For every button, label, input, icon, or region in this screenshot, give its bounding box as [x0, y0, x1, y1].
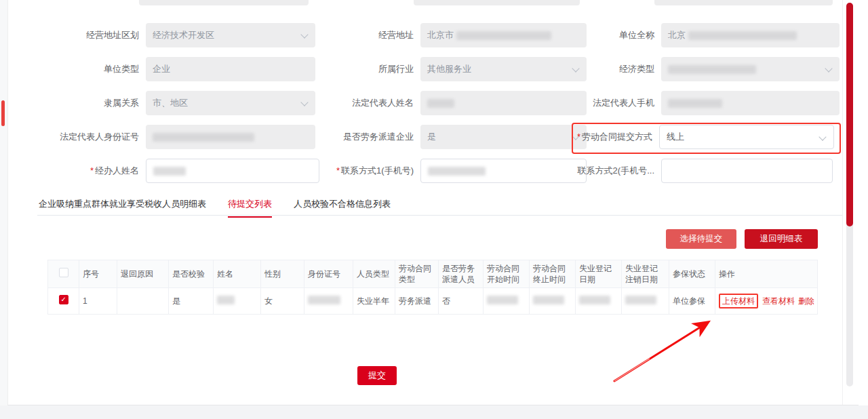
redacted-text: [487, 296, 518, 304]
cell-gender: 女: [261, 288, 304, 315]
page-background-strip: [0, 405, 868, 419]
table-row: 1 是 女 失业半年 劳务派遣 否 单位参保 上传材料查看材料删除: [48, 288, 818, 315]
redacted-text: [688, 31, 797, 40]
chevron-down-icon: [825, 64, 832, 72]
redacted-text: [668, 65, 756, 74]
cell-actions: 上传材料查看材料删除: [715, 288, 818, 315]
cell-id-number: [304, 288, 353, 315]
legal-rep-id-input: [146, 125, 315, 149]
col-contract-start: 劳动合同开始时间: [484, 260, 530, 288]
redacted-text: [217, 296, 235, 304]
col-seq: 序号: [79, 260, 117, 288]
delete-link[interactable]: 删除: [798, 296, 814, 306]
view-material-link[interactable]: 查看材料: [762, 296, 795, 306]
redacted-text: [428, 167, 486, 176]
col-return-reason: 退回原因: [117, 260, 169, 288]
field-label: *劳动合同提交方式: [529, 132, 659, 142]
required-star: *: [90, 165, 94, 176]
cell-verified: 是: [169, 288, 214, 315]
field-value: 是: [427, 131, 436, 143]
cell-person-type: 失业半年: [353, 288, 395, 315]
cell-return-reason: [117, 288, 169, 315]
tab-pending-submit-list[interactable]: 待提交列表: [228, 198, 272, 218]
field-label: *经办人姓名: [14, 165, 146, 176]
col-unemploy-reg-date: 失业登记日期: [576, 260, 622, 288]
col-contract-type: 劳动合同类型: [395, 260, 439, 288]
field-unit-type: 单位类型 企业: [14, 57, 315, 81]
col-unemploy-cancel-date: 失业登记注销日期: [622, 260, 669, 288]
required-star: *: [577, 132, 580, 142]
business-address-district-select: 经济技术开发区: [146, 23, 315, 47]
redacted-text: [153, 133, 254, 142]
legal-rep-phone-input: [661, 91, 840, 115]
field-contract-submit-method: *劳动合同提交方式 线上: [529, 125, 834, 149]
table-header-row: 序号 退回原因 是否校验 姓名 性别 身份证号 人员类型 劳动合同类型 是否劳务…: [48, 260, 818, 288]
annotation-highlight-box: 上传材料: [719, 294, 758, 308]
company-full-name-input: 北京: [661, 23, 840, 47]
col-id-number: 身份证号: [304, 260, 353, 288]
chevron-down-icon: [818, 133, 826, 140]
col-insure-status: 参保状态: [669, 260, 715, 288]
cell-contract-type: 劳务派遣: [395, 288, 439, 315]
field-business-address-district: 经营地址区划 经济技术开发区: [14, 23, 315, 47]
redacted-text: [668, 99, 722, 108]
field-label: 所属行业: [292, 64, 420, 75]
left-scrollbar-thumb[interactable]: [1, 100, 5, 126]
contract-submit-method-select[interactable]: 线上: [659, 125, 834, 149]
cell-unemploy-reg-date: [576, 288, 622, 315]
left-scrollbar-track: [0, 0, 8, 405]
field-label: 单位全称: [529, 30, 661, 41]
field-company-full-name: 单位全称 北京: [529, 23, 840, 47]
field-legal-rep-phone: 法定代表人手机: [529, 91, 840, 115]
pending-submit-table: 序号 退回原因 是否校验 姓名 性别 身份证号 人员类型 劳动合同类型 是否劳务…: [47, 260, 817, 315]
card-right-border: [842, 0, 843, 405]
select-pending-button[interactable]: 选择待提交: [666, 229, 736, 249]
field-value: 北京: [668, 29, 686, 41]
field-value: 其他服务业: [427, 63, 471, 75]
col-is-dispatch: 是否劳务派遣人员: [439, 260, 484, 288]
cell-is-dispatch: 否: [439, 288, 484, 315]
field-value: 经济技术开发区: [153, 29, 214, 41]
annotation-arrow-icon: [602, 316, 721, 386]
upload-material-link[interactable]: 上传材料: [722, 296, 755, 306]
economic-type-select: [661, 57, 840, 81]
field-label: 经济类型: [529, 64, 661, 75]
tab-verification-failed-list[interactable]: 人员校验不合格信息列表: [294, 198, 391, 218]
return-detail-button[interactable]: 退回明细表: [745, 229, 818, 249]
affiliation-select: 市、地区: [146, 91, 315, 115]
redacted-text: [533, 296, 564, 304]
field-label: 是否劳务派遣企业: [292, 132, 420, 142]
field-contact-phone-2: 联系方式2(手机号...: [529, 159, 833, 183]
field-label: 法定代表人姓名: [292, 98, 420, 108]
redacted-text: [308, 296, 340, 304]
field-label: 隶属关系: [14, 98, 146, 108]
unit-type-input: 企业: [146, 57, 315, 81]
select-all-checkbox[interactable]: [59, 268, 68, 277]
redacted-text: [579, 296, 610, 304]
row-checkbox[interactable]: [59, 295, 68, 304]
tab-bar: 企业吸纳重点群体就业享受税收人员明细表 待提交列表 人员校验不合格信息列表: [39, 198, 391, 218]
col-name: 姓名: [214, 260, 261, 288]
field-agent-name: *经办人姓名: [14, 159, 319, 183]
col-person-type: 人员类型: [353, 260, 395, 288]
col-contract-end: 劳动合同终止时间: [530, 260, 576, 288]
redacted-text: [153, 167, 186, 176]
col-actions: 操作: [715, 260, 818, 288]
vertical-scrollbar-thumb[interactable]: [846, 3, 853, 226]
field-value: 市、地区: [153, 97, 188, 109]
cell-name: [214, 288, 261, 315]
cell-insure-status: 单位参保: [669, 288, 715, 315]
field-label: *联系方式1(手机号): [292, 165, 420, 176]
field-label: 经营地址区划: [14, 30, 146, 41]
contact-phone-2-input[interactable]: [661, 159, 833, 183]
cell-unemploy-cancel-date: [622, 288, 669, 315]
field-label: 经营地址: [292, 30, 420, 41]
cutoff-input: [414, 0, 580, 5]
field-value: 线上: [667, 131, 684, 143]
cell-contract-start: [484, 288, 530, 315]
field-label: 法定代表人身份证号: [14, 132, 146, 142]
col-verified: 是否校验: [169, 260, 214, 288]
tab-enterprise-detail-list[interactable]: 企业吸纳重点群体就业享受税收人员明细表: [39, 198, 206, 218]
field-value: 企业: [153, 63, 170, 75]
submit-button[interactable]: 提交: [357, 366, 397, 385]
